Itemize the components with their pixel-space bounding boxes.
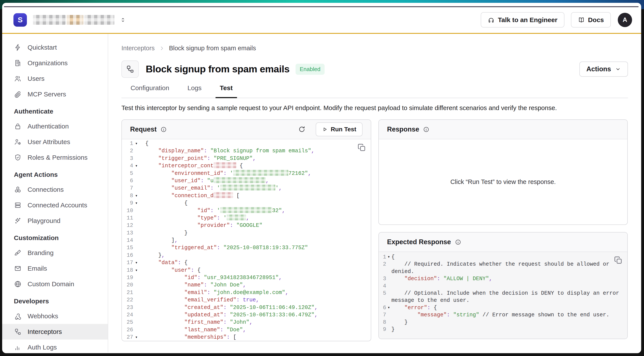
line-number: 5: [122, 170, 133, 177]
code-line: 17▾ "data": {: [122, 259, 371, 267]
sidebar-item-branding[interactable]: Branding: [2, 245, 108, 261]
sidebar-item-label: Emails: [28, 265, 47, 272]
fold-gutter: [133, 237, 140, 244]
fold-gutter: [133, 244, 140, 252]
info-icon[interactable]: [160, 126, 167, 133]
sidebar-item-mcp-servers[interactable]: MCP Servers: [2, 86, 108, 102]
line-number: 8: [122, 192, 133, 200]
sidebar-item-custom-domain[interactable]: Custom Domain: [2, 276, 108, 292]
code-line: 21 "email": "john.doe@example.com",: [122, 289, 371, 296]
talk-to-engineer-label: Talk to an Engineer: [498, 16, 558, 24]
fold-arrow-icon[interactable]: ▾: [133, 334, 140, 341]
expected-panel-header: Expected Response: [379, 233, 627, 252]
sidebar-item-interceptors[interactable]: Interceptors: [2, 324, 108, 340]
tab-configuration[interactable]: Configuration: [122, 82, 178, 98]
fold-arrow-icon[interactable]: ▾: [386, 254, 392, 261]
line-number: [379, 268, 386, 275]
sidebar-item-label: Auth Logs: [28, 344, 57, 351]
logo-letter: S: [18, 15, 23, 24]
fold-gutter: [133, 155, 140, 162]
sidebar-item-emails[interactable]: Emails: [2, 261, 108, 276]
line-number: 20: [122, 282, 133, 289]
bar-chart-icon: [14, 344, 22, 351]
fold-arrow-icon[interactable]: ▾: [133, 259, 140, 267]
talk-to-engineer-button[interactable]: Talk to an Engineer: [481, 12, 564, 27]
workspace-name-redacted[interactable]: [33, 15, 114, 25]
zap-icon: [14, 43, 22, 51]
sidebar-item-quickstart[interactable]: Quickstart: [2, 40, 108, 55]
sidebar-item-label: Custom Domain: [28, 280, 74, 288]
line-number: 25: [122, 319, 133, 326]
fold-arrow-icon[interactable]: ▾: [386, 304, 392, 311]
fold-gutter: [386, 268, 392, 275]
sidebar-item-label: Branding: [28, 249, 54, 257]
info-icon[interactable]: [455, 239, 461, 245]
line-number: [379, 297, 386, 304]
interceptor-icon: [126, 64, 135, 74]
tab-test[interactable]: Test: [211, 82, 242, 98]
user-avatar[interactable]: A: [618, 13, 632, 27]
redacted-text: [214, 192, 233, 198]
reset-request-icon[interactable]: [298, 125, 306, 133]
code-line: 16 },: [122, 252, 371, 259]
test-description: Test this interceptor by sending a sampl…: [122, 104, 628, 112]
sidebar-item-authentication[interactable]: Authentication: [2, 118, 108, 134]
run-test-button[interactable]: Run Test: [316, 122, 362, 136]
interceptor-icon-box: [122, 60, 139, 78]
request-panel-header: Request Run Test: [122, 120, 371, 139]
code-line: 5 // Optional. Include when the decision…: [379, 290, 627, 297]
globe-icon: [14, 280, 22, 288]
fold-arrow-icon[interactable]: ▾: [133, 162, 140, 170]
line-number: 1: [379, 254, 386, 261]
sidebar-item-organizations[interactable]: Organizations: [2, 55, 108, 71]
redacted-text: [214, 177, 266, 183]
redacted-text: [226, 215, 246, 220]
breadcrumb: Interceptors Block signup from spam emai…: [122, 45, 628, 52]
info-icon[interactable]: [423, 126, 429, 133]
response-title: Response: [387, 125, 419, 133]
sidebar-item-webhooks[interactable]: Webhooks: [2, 308, 108, 324]
fold-gutter: [133, 319, 140, 326]
code-line: 23 "created_at": "2025-10-06T11:06:49.12…: [122, 304, 371, 311]
workspace-logo[interactable]: S: [14, 13, 27, 27]
sidebar-item-roles-permissions[interactable]: Roles & Permissions: [2, 150, 108, 165]
chevron-down-icon: [615, 66, 621, 72]
sidebar-item-playground[interactable]: Playground: [2, 213, 108, 229]
code-line: 6▾ "error": {: [379, 304, 627, 311]
sidebar-item-connected-accounts[interactable]: Connected Accounts: [2, 197, 108, 213]
copy-icon[interactable]: [357, 143, 366, 152]
sidebar-item-user-attributes[interactable]: User Attributes: [2, 134, 108, 150]
sidebar-item-users[interactable]: Users: [2, 71, 108, 86]
code-line: 24 "updated_at": "2025-10-06T13:33:06.47…: [122, 311, 371, 319]
fold-gutter: [386, 297, 392, 304]
breadcrumb-interceptors[interactable]: Interceptors: [122, 45, 154, 52]
line-number: 9: [379, 326, 386, 333]
code-line: 8 }: [379, 319, 627, 326]
docs-button[interactable]: Docs: [571, 12, 611, 27]
line-number: 15: [122, 244, 133, 252]
fold-arrow-icon[interactable]: ▾: [133, 267, 140, 274]
line-number: 10: [122, 207, 133, 215]
interceptor-icon: [14, 328, 22, 336]
docs-label: Docs: [588, 16, 604, 24]
tab-bar: Configuration Logs Test: [122, 82, 628, 98]
request-editor[interactable]: 1▾{2 "display_name": "Block signup from …: [122, 139, 371, 341]
fold-gutter: [133, 326, 140, 334]
copy-icon[interactable]: [614, 256, 623, 265]
sidebar-section-authenticate: Authenticate: [2, 104, 108, 118]
sidebar-item-auth-logs[interactable]: Auth Logs: [2, 340, 108, 352]
fold-gutter: [386, 311, 392, 319]
redacted-block: [66, 15, 83, 25]
actions-button[interactable]: Actions: [580, 61, 628, 77]
sidebar-item-connections[interactable]: Connections: [2, 182, 108, 197]
tab-logs[interactable]: Logs: [178, 82, 210, 98]
chevrons-up-down-icon[interactable]: [120, 15, 126, 25]
book-icon: [578, 16, 585, 23]
code-line: 26 "last_name": "Doe",: [122, 326, 371, 334]
fold-arrow-icon[interactable]: ▾: [133, 192, 140, 200]
code-line: denied.: [379, 268, 627, 275]
fold-gutter: [386, 261, 392, 268]
fold-arrow-icon[interactable]: ▾: [133, 140, 140, 147]
line-number: 24: [122, 311, 133, 319]
fold-arrow-icon[interactable]: ▾: [133, 200, 140, 207]
